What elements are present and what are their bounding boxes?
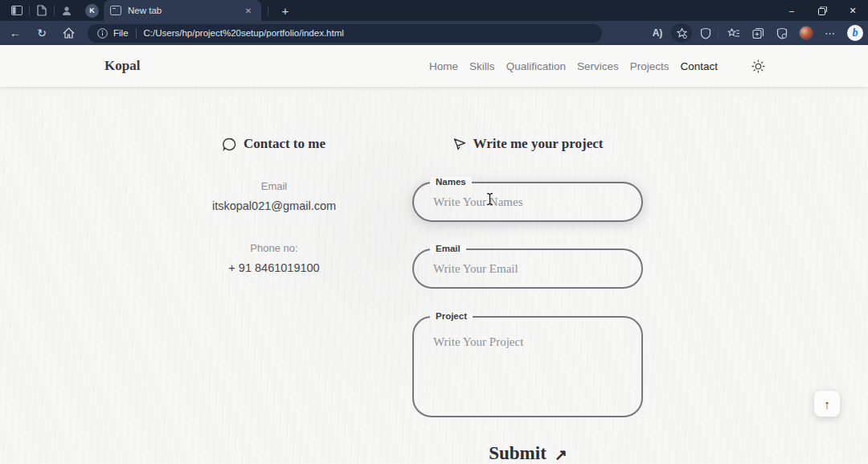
up-arrow-icon: ↑ — [824, 397, 830, 411]
nav-item-services[interactable]: Services — [577, 60, 619, 72]
project-field-group: Project — [412, 316, 643, 417]
nav-item-skills[interactable]: Skills — [469, 60, 495, 72]
email-label: Email — [178, 180, 371, 192]
tab-actions-icon[interactable] — [6, 0, 27, 21]
restore-button[interactable] — [807, 0, 837, 21]
email-field-label: Email — [430, 244, 466, 253]
nav-item-home[interactable]: Home — [429, 60, 458, 72]
chat-bubble-icon — [223, 138, 236, 151]
tab-title: New tab — [128, 6, 242, 15]
minimize-button[interactable]: – — [776, 0, 807, 21]
phone-value: + 91 8461019100 — [178, 261, 371, 274]
copilot-icon[interactable]: b — [847, 25, 863, 41]
email-field-group: Email — [412, 248, 643, 289]
site-navbar: Kopal Home Skills Qualification Services… — [0, 45, 868, 87]
back-icon[interactable]: ← — [4, 23, 27, 43]
browser-essentials-icon[interactable] — [695, 23, 716, 43]
project-heading: Write me your project — [399, 136, 657, 152]
names-field-group: Names — [412, 182, 643, 222]
url-scheme-label: File — [113, 28, 129, 38]
divider — [718, 28, 719, 38]
new-tab-page-icon — [110, 6, 121, 15]
shield-check-icon[interactable] — [772, 23, 792, 43]
refresh-icon[interactable]: ↻ — [31, 23, 53, 43]
project-heading-text: Write me your project — [473, 136, 604, 152]
tab-close-icon[interactable]: ✕ — [242, 4, 255, 17]
browser-tab-strip: K New tab ✕ + – ✕ — [0, 0, 868, 21]
settings-menu-icon[interactable]: ⋯ — [820, 23, 841, 43]
nav-item-projects[interactable]: Projects — [630, 60, 669, 72]
profile-tab-avatar[interactable]: K — [85, 4, 99, 18]
phone-label: Phone no: — [178, 242, 371, 254]
new-tab-button[interactable]: + — [275, 1, 296, 20]
submit-arrow-icon: ↗ — [555, 446, 567, 464]
names-field-label: Names — [430, 177, 472, 187]
url-text[interactable]: C:/Users/hp/project%20setup/portfolio/in… — [144, 28, 344, 38]
submit-label: Submit — [489, 443, 547, 464]
project-textarea[interactable] — [414, 318, 641, 416]
nav-item-contact[interactable]: Contact — [680, 60, 718, 72]
divider — [29, 6, 30, 15]
submit-button[interactable]: Submit ↗ — [399, 443, 657, 464]
collections-icon[interactable] — [747, 23, 768, 43]
contact-heading-text: Contact to me — [244, 136, 326, 152]
home-icon[interactable] — [57, 23, 80, 43]
nav-item-qualification[interactable]: Qualification — [506, 60, 566, 72]
profile-avatar[interactable] — [796, 23, 817, 43]
document-icon[interactable] — [31, 0, 52, 21]
names-input[interactable] — [414, 183, 641, 220]
divider — [136, 28, 137, 39]
scroll-to-top-button[interactable]: ↑ — [814, 391, 840, 417]
close-window-button[interactable]: ✕ — [837, 0, 868, 21]
email-value: itskopal021@gmail.com — [178, 199, 371, 212]
divider — [268, 6, 268, 15]
nav-links: Home Skills Qualification Services Proje… — [429, 45, 765, 87]
brand-logo[interactable]: Kopal — [104, 45, 140, 87]
theme-toggle-sun-icon[interactable] — [751, 60, 765, 73]
project-field-label: Project — [430, 311, 473, 321]
email-input[interactable] — [414, 250, 641, 287]
people-icon[interactable] — [56, 0, 77, 21]
address-bar[interactable]: File C:/Users/hp/project%20setup/portfol… — [88, 24, 602, 43]
site-info-icon[interactable] — [97, 28, 108, 39]
send-icon — [453, 138, 466, 150]
text-cursor — [485, 192, 494, 206]
active-tab[interactable]: New tab ✕ — [104, 0, 261, 21]
contact-section: Contact to me Write me your project Emai… — [0, 87, 868, 464]
favorites-star-settings-icon[interactable] — [671, 23, 692, 43]
browser-toolbar: ← ↻ File C:/Users/hp/project%20setup/por… — [0, 21, 868, 45]
contact-heading: Contact to me — [145, 136, 403, 152]
favorites-icon[interactable] — [723, 23, 744, 43]
divider — [54, 6, 55, 15]
read-aloud-icon[interactable]: A) — [647, 23, 668, 43]
